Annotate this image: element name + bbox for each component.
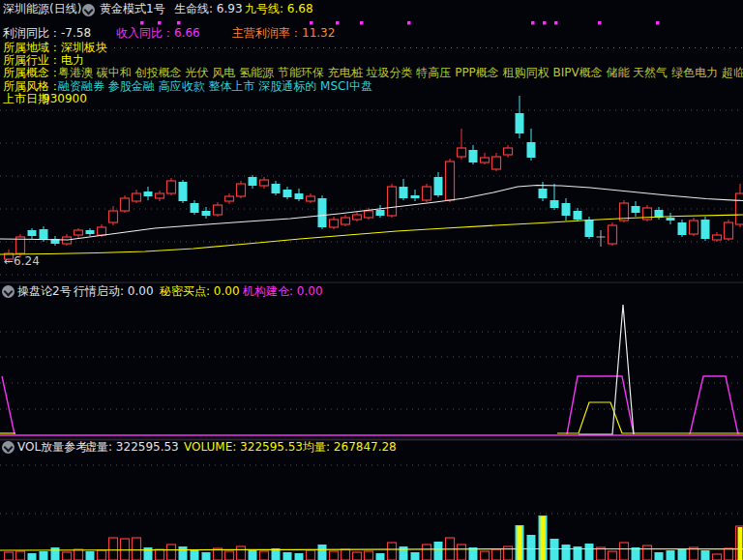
candle-up [609,225,617,244]
listing-date-row-text: 930900 [43,93,87,105]
candle-down [550,200,559,208]
volume-bar-down [144,547,153,560]
indicator2-header-text: 行情启动: 0.00 [74,285,154,298]
volume-bar-up [330,551,339,560]
concept-row-text: 粤港澳 碳中和 创投概念 光伏 风电 氢能源 节能环保 充电桩 垃圾分类 特高压… [58,67,743,79]
institution-line [690,376,738,434]
volume-bar-down [562,545,571,560]
magenta-marker-dot [407,21,411,25]
candle-up [74,230,83,235]
volume-bar-up [63,552,72,560]
candle-down [144,192,153,196]
candle-up [156,193,164,198]
institution-line [567,376,634,434]
magenta-marker-dot [656,21,660,25]
volume-bar-up [109,538,118,560]
volume-bar-down [28,553,37,560]
chevron-down-icon[interactable] [82,4,95,16]
market-start-line [579,305,634,434]
volume-bar-down [283,552,292,560]
indicator2-header-text: 操盘论2号 [17,285,72,298]
volume-bar-up [98,550,106,560]
chevron-down-icon[interactable] [2,285,15,298]
candle-down [400,187,408,198]
candle-down [202,211,211,216]
candle-up [388,187,397,216]
magenta-marker-dot [543,21,547,25]
panel-separator [0,282,743,283]
volume-bar-down [86,551,95,560]
volume-bar-up [353,552,362,560]
candle-up [458,148,466,157]
volume-bar-down [191,550,199,560]
candle-up [725,222,733,239]
candle-down [632,206,640,213]
candle-up [492,157,501,169]
magenta-marker-dot [598,21,602,25]
volume-bar-down [249,549,257,560]
volume-bar-up [121,539,130,560]
volume-bar-up [458,545,466,560]
magenta-marker-dot [158,21,162,25]
title-row-text: 九号线: 6.68 [245,3,313,15]
candle-down [562,203,571,216]
candle-down [283,190,292,197]
candle-up [98,227,106,235]
candle-down [179,182,188,201]
magenta-marker-dot [360,21,364,25]
volume-bar-up [307,550,315,560]
volume-bar-up [225,551,234,560]
candle-up [481,158,490,162]
magenta-marker-dot [554,21,558,25]
candle-up [214,205,223,215]
candle-up [167,181,176,193]
candle-down [667,218,675,221]
candle-up [690,221,698,234]
magenta-marker-dot [531,21,535,25]
low-price-label: ←6.24 [4,255,40,268]
volume-bar-up [365,551,373,560]
candle-up [353,215,362,220]
candle-down [516,113,524,133]
candle-down [527,142,536,158]
indicator2-header-text: 秘密买点: 0.00 [160,285,240,298]
volume-bar-up [388,543,397,560]
volume-bar-up [5,552,14,560]
volume-bar-up [74,549,83,560]
title-row-text: 黄金模式1号 [100,3,165,15]
volume-bar-down [179,546,188,560]
volume-surge-highlight [518,526,522,560]
volume-bar-down [40,551,48,560]
magenta-marker-dot [310,21,313,25]
candle-up [237,184,246,196]
volume-bar-down [318,545,327,560]
volume-bar-up [481,551,490,560]
volume-bar-down [202,552,211,560]
candle-down [411,195,420,198]
volume-bar-down [678,548,687,560]
volume-bar-down [376,553,385,560]
candle-down [434,177,443,195]
volume-bar-down [434,542,443,560]
candle-down [40,229,48,240]
volume-bar-up [713,554,722,560]
institution-line [2,376,15,434]
candle-down [295,193,304,199]
secret-buy-line [557,402,743,433]
title-row-text: 深圳能源(日线) [3,3,81,15]
volume-bar-up [492,549,501,560]
chevron-down-icon[interactable] [2,441,15,454]
candle-down [574,211,582,220]
finance-row-text: 主营利润率：11.32 [232,27,335,40]
candle-up [307,196,315,201]
candle-up [342,218,350,224]
candle-up [504,148,513,155]
candle-down [678,222,687,235]
candle-down [539,189,548,198]
magenta-marker-dot [140,21,144,25]
candle-up [330,220,339,227]
volume-bar-up [342,549,350,560]
candle-up [365,211,373,218]
volume-header-text: 均量: 267847.28 [303,441,397,454]
candle-down [701,220,710,239]
